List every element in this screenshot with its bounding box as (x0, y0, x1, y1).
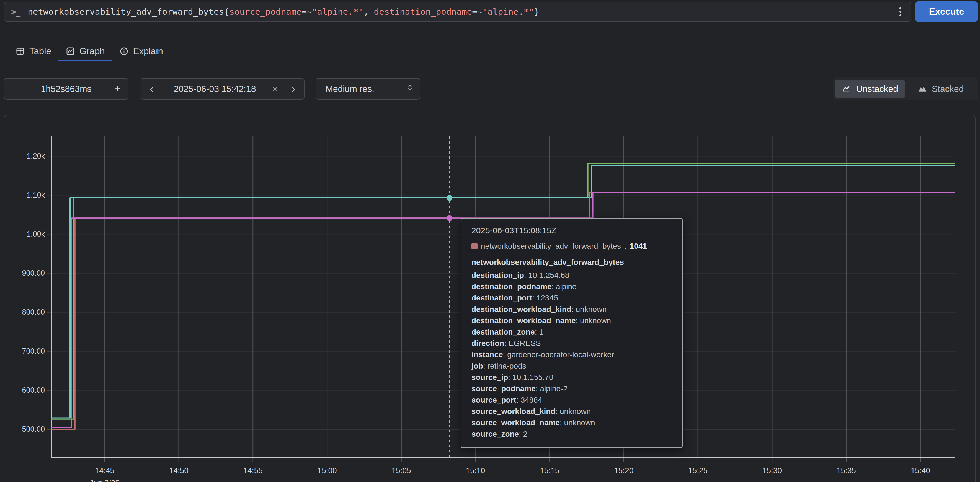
result-tabs: TableGraphExplain (0, 41, 980, 62)
terminal-prompt-icon: >_ (11, 7, 20, 17)
resolution-value: Medium res. (326, 84, 374, 94)
end-time-control: ‹ 2025-06-03 15:42:18 × › (141, 78, 304, 100)
query-segment-punct: , (363, 6, 374, 17)
label-value: alpine (556, 282, 577, 291)
query-segment-op: =~ (301, 6, 312, 17)
stacked-icon (918, 84, 928, 94)
label-separator: : (552, 282, 556, 291)
label-name: destination_zone (471, 328, 535, 336)
query-input[interactable]: >_ networkobservability_adv_forward_byte… (4, 2, 912, 22)
label-separator: : (503, 350, 508, 359)
label-name: destination_workload_name (471, 316, 576, 325)
range-duration-control: − 1h52s863ms + (4, 78, 129, 100)
tooltip-series-value: networkobservability_adv_forward_bytes: … (471, 242, 672, 251)
label-name: job (471, 362, 483, 370)
label-value: unknown (560, 407, 591, 415)
label-value: 1 (539, 328, 543, 336)
label-separator: : (508, 373, 512, 382)
label-name: destination_port (471, 293, 532, 302)
label-separator: : (535, 328, 539, 336)
execute-button[interactable]: Execute (915, 2, 978, 22)
time-forward-button[interactable]: › (283, 79, 304, 99)
label-separator: : (571, 305, 576, 314)
table-icon (16, 46, 25, 56)
tab-graph[interactable]: Graph (59, 41, 112, 60)
label-separator: : (576, 316, 580, 325)
time-back-button[interactable]: ‹ (141, 79, 162, 99)
label-name: instance (471, 350, 503, 359)
label-value: 10.1.254.68 (528, 271, 569, 279)
tab-label: Graph (80, 46, 105, 56)
unstacked-icon (842, 84, 852, 94)
tooltip-label-row: direction: EGRESS (471, 338, 672, 349)
label-separator: : (536, 384, 540, 393)
tooltip-label-row: source_ip: 10.1.155.70 (471, 372, 672, 383)
graph-icon (65, 46, 75, 56)
tooltip-label-row: destination_zone: 1 (471, 326, 672, 338)
label-name: source_workload_kind (471, 407, 555, 415)
duration-value[interactable]: 1h52s863ms (25, 84, 107, 94)
label-value: retina-pods (487, 362, 526, 370)
query-segment-label: source_podname (229, 6, 301, 17)
label-value: unknown (576, 305, 607, 314)
label-name: destination_podname (471, 282, 552, 291)
label-value: unknown (564, 419, 595, 427)
label-value: 12345 (536, 293, 558, 302)
query-expression[interactable]: networkobservability_adv_forward_bytes{s… (28, 6, 892, 17)
label-name: direction (471, 339, 504, 347)
tab-table[interactable]: Table (8, 41, 59, 60)
stacked-button[interactable]: Stacked (905, 80, 975, 98)
query-segment-punct: } (534, 6, 539, 17)
label-name: source_port (471, 396, 516, 404)
label-value: gardener-operator-local-worker (507, 350, 614, 359)
tooltip-label-row: source_port: 34884 (471, 394, 672, 406)
series-color-swatch (471, 243, 477, 249)
tooltip-value: 1041 (630, 242, 647, 251)
end-time-value[interactable]: 2025-06-03 15:42:18 (162, 84, 267, 94)
tooltip-label-row: destination_workload_kind: unknown (471, 304, 672, 315)
query-segment-punct: { (224, 6, 229, 17)
tooltip-series-header: networkobservability_adv_forward_bytes (471, 258, 672, 267)
label-name: destination_ip (471, 271, 524, 279)
label-name: source_podname (471, 384, 536, 393)
label-value: 10.1.155.70 (512, 373, 554, 382)
label-separator: : (524, 271, 528, 279)
explain-icon (119, 46, 129, 56)
label-name: source_workload_name (471, 419, 560, 427)
tooltip-label-row: destination_port: 12345 (471, 292, 672, 304)
tooltip-timestamp: 2025-06-03T15:08:15Z (471, 226, 672, 235)
query-segment-metric: networkobservability_adv_forward_bytes (28, 6, 224, 17)
duration-increase-button[interactable]: + (107, 79, 128, 99)
label-separator: : (483, 362, 487, 370)
tooltip-label-row: destination_podname: alpine (471, 281, 672, 292)
label-name: destination_workload_kind (471, 305, 571, 314)
tooltip-metric-name: networkobservability_adv_forward_bytes (481, 242, 621, 251)
duration-decrease-button[interactable]: − (5, 79, 25, 99)
label-separator: : (519, 430, 523, 438)
label-separator: : (560, 419, 564, 427)
tab-label: Table (29, 46, 51, 56)
label-name: source_ip (471, 373, 508, 382)
unstacked-button[interactable]: Unstacked (835, 80, 905, 98)
label-name: source_zone (471, 430, 519, 438)
select-chevrons-icon (406, 84, 414, 94)
tooltip-label-row: source_podname: alpine-2 (471, 383, 672, 394)
label-separator: : (555, 407, 560, 415)
label-value: 34884 (520, 396, 542, 404)
resolution-select[interactable]: Medium res. (316, 78, 420, 100)
tooltip-label-row: source_workload_name: unknown (471, 417, 672, 428)
kebab-menu-icon[interactable] (892, 3, 908, 20)
tooltip-label-row: source_zone: 2 (471, 428, 672, 440)
clear-time-button[interactable]: × (267, 79, 283, 99)
hover-tooltip: 2025-06-03T15:08:15Z networkobservabilit… (461, 218, 682, 448)
tooltip-label-row: destination_ip: 10.1.254.68 (471, 270, 672, 281)
query-segment-string: "alpine.*" (482, 6, 534, 17)
label-separator: : (504, 339, 509, 347)
label-separator: : (516, 396, 521, 404)
tab-explain[interactable]: Explain (112, 41, 170, 60)
tooltip-label-row: instance: gardener-operator-local-worker (471, 349, 672, 360)
label-separator: : (532, 293, 536, 302)
tooltip-label-row: job: retina-pods (471, 360, 672, 372)
query-segment-label: destination_podname (374, 6, 472, 17)
stacked-label: Stacked (932, 84, 964, 94)
